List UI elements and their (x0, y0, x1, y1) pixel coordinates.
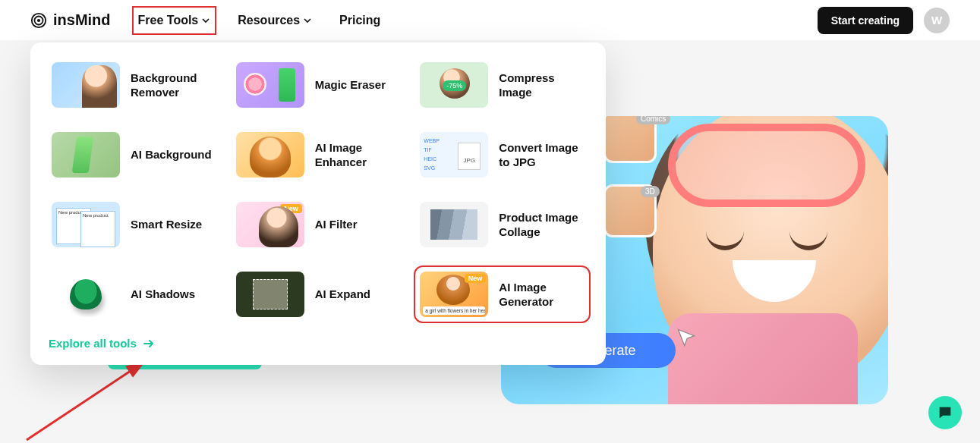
explore-all-tools-link[interactable]: Explore all tools (49, 337, 588, 350)
new-badge: New (465, 274, 487, 283)
tool-label: AI Image Generator (499, 280, 585, 309)
chevron-down-icon (303, 16, 312, 25)
dropdown-grid: Background Remover Magic Eraser Compress… (49, 59, 588, 320)
tool-label: AI Filter (315, 217, 358, 232)
tool-thumb (52, 62, 120, 108)
nav-free-tools-label: Free Tools (138, 14, 199, 27)
tool-label: Magic Eraser (315, 77, 386, 93)
tool-magic-eraser[interactable]: Magic Eraser (233, 59, 404, 111)
tool-thumb (236, 62, 304, 108)
tool-label: AI Expand (315, 287, 370, 302)
chevron-down-icon (201, 16, 210, 25)
hero-style-tag-2: 3D (641, 186, 660, 197)
tool-label: Smart Resize (131, 217, 202, 232)
tool-background-remover[interactable]: Background Remover (49, 59, 219, 111)
tool-thumb (52, 202, 120, 247)
tool-thumb (52, 132, 120, 178)
tool-thumb (420, 202, 488, 247)
brand-name: insMind (53, 11, 111, 29)
tool-ai-image-generator[interactable]: New AI Image Generator (417, 269, 588, 320)
chat-icon (937, 404, 953, 421)
tool-label: Compress Image (499, 71, 585, 100)
nav-resources-label: Resources (238, 14, 300, 27)
nav-resources[interactable]: Resources (233, 8, 317, 33)
tool-ai-background[interactable]: AI Background (49, 129, 219, 181)
tool-product-image-collage[interactable]: Product Image Collage (417, 199, 588, 250)
avatar[interactable]: W (924, 8, 950, 33)
nav-free-tools[interactable]: Free Tools (134, 8, 216, 33)
header-right: Start creating W (818, 7, 950, 34)
tool-ai-expand[interactable]: AI Expand (233, 269, 404, 320)
tool-label: AI Background (131, 147, 212, 162)
tool-thumb (420, 62, 488, 108)
tool-thumb (236, 272, 304, 317)
logo-icon (30, 12, 47, 29)
tool-label: Convert Image to JPG (499, 140, 585, 170)
hero-illustration-goggles (668, 124, 865, 207)
tool-label: AI Image Enhancer (315, 140, 401, 170)
tool-thumb: New (420, 272, 488, 317)
tool-thumb (236, 132, 304, 178)
start-creating-button[interactable]: Start creating (818, 7, 913, 34)
tool-label: Background Remover (131, 71, 216, 100)
tool-thumb: New (236, 202, 304, 247)
main-nav: Free Tools Resources Pricing (134, 8, 386, 33)
tool-label: Product Image Collage (499, 210, 585, 240)
hero-style-tag-1: Comics (636, 116, 670, 124)
nav-pricing[interactable]: Pricing (335, 8, 385, 33)
cursor-icon (676, 327, 697, 348)
hero-illustration-eyes (706, 226, 827, 249)
logo[interactable]: insMind (30, 11, 111, 29)
free-tools-dropdown: Background Remover Magic Eraser Compress… (30, 42, 606, 365)
tool-convert-to-jpg[interactable]: Convert Image to JPG (417, 129, 588, 181)
header: insMind Free Tools Resources Pricing Sta… (0, 0, 980, 40)
tool-smart-resize[interactable]: Smart Resize (49, 199, 219, 250)
tool-ai-image-enhancer[interactable]: AI Image Enhancer (233, 129, 404, 181)
tool-compress-image[interactable]: Compress Image (417, 59, 588, 111)
tool-ai-shadows[interactable]: AI Shadows (49, 269, 219, 320)
tool-label: AI Shadows (131, 287, 195, 302)
nav-pricing-label: Pricing (339, 14, 380, 27)
explore-label: Explore all tools (49, 337, 137, 350)
chat-fab[interactable] (928, 396, 962, 429)
tool-thumb (52, 272, 120, 317)
arrow-right-icon (143, 338, 155, 350)
new-badge: New (280, 204, 302, 213)
tool-thumb (420, 132, 488, 178)
tool-ai-filter[interactable]: New AI Filter (233, 199, 404, 250)
svg-point-2 (37, 18, 40, 21)
